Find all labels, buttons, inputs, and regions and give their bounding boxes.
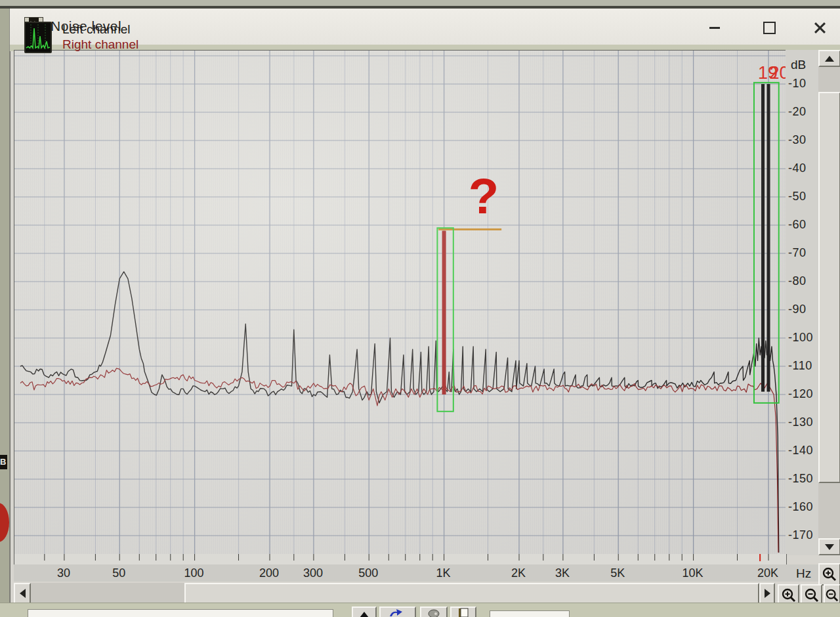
y-tick-label: -170 [788, 528, 813, 542]
tone-bar [767, 84, 770, 392]
arrow-right-icon [765, 589, 770, 598]
vertical-scrollbar-thumb[interactable] [818, 92, 840, 483]
arrow-down-icon [825, 544, 834, 550]
spectrum-chart: 1920 [14, 51, 786, 555]
close-icon [814, 22, 826, 33]
disc-icon [427, 608, 440, 617]
triangle-icon [360, 612, 369, 617]
x-tick-label: 500 [352, 566, 385, 580]
y-tick-label: -40 [788, 161, 807, 175]
trace-left-channel [20, 272, 779, 553]
zoom-in-y-button[interactable] [818, 563, 840, 585]
y-tick-label: -150 [788, 472, 813, 486]
y-tick-label: -90 [788, 303, 807, 316]
legend-right-channel: Right channel [62, 37, 138, 52]
maximize-icon [763, 22, 776, 34]
y-axis-unit: dB [791, 58, 806, 72]
peak-label-20: 20 [769, 63, 786, 83]
x-tick-label: 3K [546, 566, 579, 580]
x-tick-label: 300 [297, 566, 329, 580]
parent-button-document[interactable] [450, 606, 476, 617]
parent-button-cd[interactable] [420, 606, 448, 617]
background-logo-fragment [0, 503, 9, 542]
parent-button-analyze[interactable] [379, 606, 416, 617]
y-tick-label: -110 [788, 359, 812, 373]
y-tick-label: -80 [788, 274, 807, 288]
trace-right-channel [20, 368, 778, 553]
scroll-up-button[interactable] [818, 50, 840, 67]
x-axis-unit: Hz [796, 566, 811, 581]
noise-level-window: Noise level Left channel Right channel 1… [9, 9, 840, 604]
x-tick-label: 20K [751, 566, 784, 580]
parent-button-play[interactable] [352, 606, 377, 617]
y-tick-label: -30 [788, 133, 807, 147]
y-tick-label: -60 [788, 218, 807, 232]
maximize-button[interactable] [755, 18, 784, 37]
tone-bar [761, 84, 765, 392]
close-button[interactable] [805, 18, 834, 37]
arrow-left-icon [20, 589, 26, 598]
x-axis-labels: 30501002003005001K2K3K5K10K20K Hz [14, 564, 818, 582]
parent-app-toolbar [0, 603, 840, 617]
magnifier-minus-icon [825, 587, 839, 603]
parent-text-field-2[interactable] [490, 610, 570, 617]
x-tick-label: 2K [502, 566, 535, 580]
y-tick-label: -120 [788, 387, 813, 401]
x-tick-label: 10K [677, 566, 709, 580]
magnifier-plus-icon [781, 587, 797, 603]
x-tick-label: 30 [47, 566, 80, 580]
y-tick-label: -50 [788, 190, 807, 203]
x-tick-label: 200 [253, 566, 285, 580]
magnifier-plus-icon [822, 566, 837, 582]
y-axis-labels: dB -10-20-30-40-50-60-70-80-90-100-110-1… [786, 50, 818, 555]
y-tick-label: -100 [788, 331, 813, 345]
y-tick-label: -160 [788, 500, 813, 514]
x-tick-label: 5K [601, 566, 634, 580]
spectrum-thumbnail-icon [24, 22, 52, 53]
y-tick-label: -70 [788, 246, 807, 260]
legend: Left channel Right channel [24, 22, 138, 53]
arrow-up-icon [825, 56, 834, 62]
y-tick-label: -130 [788, 415, 813, 429]
x-tick-label: 100 [178, 566, 211, 580]
minimize-button[interactable] [700, 18, 729, 37]
page-icon [457, 608, 469, 617]
x-tick-label: 50 [102, 566, 135, 580]
y-tick-label: -20 [788, 105, 807, 119]
y-tick-label: -140 [788, 444, 813, 457]
tone-bar [442, 231, 446, 394]
background-window-fragment: B [0, 455, 7, 469]
x-axis-ruler [14, 554, 787, 564]
magnifier-minus-icon [804, 587, 820, 603]
scroll-down-button[interactable] [818, 538, 840, 555]
x-tick-label: 1K [427, 566, 460, 580]
plot-area[interactable]: 1920 ? [14, 50, 787, 555]
blue-refresh-icon [388, 608, 408, 617]
legend-left-channel: Left channel [62, 22, 138, 37]
scroll-right-button[interactable] [759, 583, 775, 604]
y-tick-label: -10 [788, 77, 807, 91]
minimize-icon [709, 27, 720, 29]
horizontal-scrollbar-thumb[interactable] [184, 583, 759, 604]
scroll-left-button[interactable] [14, 583, 31, 604]
parent-text-field[interactable] [28, 609, 333, 617]
